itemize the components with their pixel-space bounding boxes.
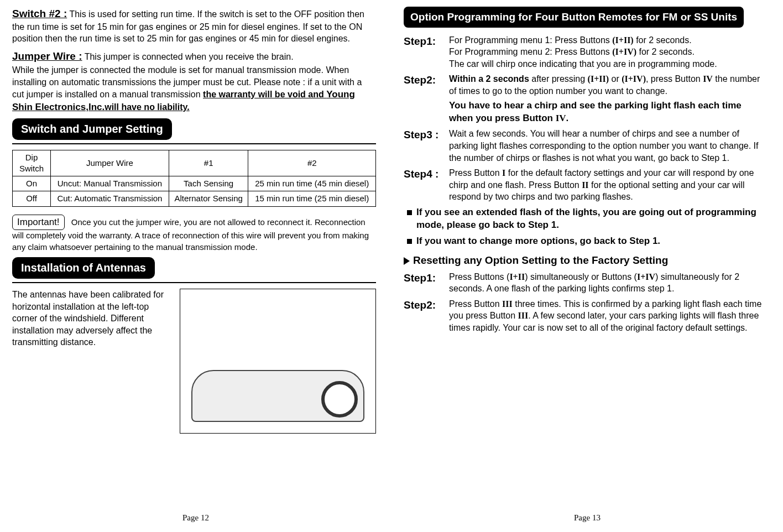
reset-subheading: Resetting any Option Setting to the Fact… <box>404 253 768 268</box>
square-bullet-icon <box>407 239 412 244</box>
antenna-header-row: Installation of Antennas <box>12 257 376 283</box>
page-number-right: Page 13 <box>392 512 783 523</box>
step2-note-btn: IV <box>556 113 566 123</box>
step1-e: The car will chirp once indicating that … <box>449 59 717 69</box>
step1-label: Step1: <box>404 34 449 70</box>
jumper-warn-c: will have no liability. <box>105 102 190 112</box>
switch-jumper-header: Switch and Jumper Setting <box>12 118 172 140</box>
th-dip: Dip Switch <box>13 150 51 176</box>
step2-a: Within a 2 seconds <box>449 74 529 84</box>
rcombo-I-IV: I+IV <box>637 272 655 281</box>
combo-I-II-2: (I+II) <box>588 74 609 84</box>
reset-step1-label: Step1: <box>404 271 449 295</box>
step4-label: Step4 : <box>404 167 449 203</box>
bullet-2: If you want to change more options, go b… <box>407 235 768 248</box>
jumper-text-1: This jumper is connected when you receiv… <box>85 52 294 61</box>
th-jumper: Jumper Wire <box>51 150 169 176</box>
step2-body: Within a 2 seconds after pressing (I+II)… <box>449 73 768 124</box>
reset-step2-body: Press Button III three times. This is co… <box>449 298 768 334</box>
r1c1: Uncut: Manual Transmission <box>51 176 169 191</box>
combo-I-IV-2: (I+IV) <box>622 74 646 84</box>
important-badge: Important! <box>12 215 65 231</box>
rstep1-a: Press Buttons ( <box>449 272 509 281</box>
important-text: Once you cut the jumper wire, you are no… <box>12 217 369 252</box>
step2-row: Step2: Within a 2 seconds after pressing… <box>404 73 768 124</box>
combo-I-IV: (I+IV) <box>612 47 636 56</box>
page-left: Switch #2 : This is used for setting run… <box>0 0 392 532</box>
bullet2-text: If you want to change more options, go b… <box>416 235 660 248</box>
step2-note: You have to hear a chirp and see the par… <box>449 100 768 125</box>
step3-label: Step3 : <box>404 128 449 164</box>
step2-d: or <box>609 74 622 84</box>
button-III-2: III <box>518 311 529 320</box>
step1-a: For Programming menu 1: Press Buttons <box>449 35 612 45</box>
r1c3: 25 min run time (45 min diesel) <box>248 176 376 191</box>
button-III: III <box>502 299 513 309</box>
triangle-bullet-icon <box>404 257 410 265</box>
jumper-warn-a: the warranty will be void and <box>203 90 326 99</box>
steering-wheel-icon <box>321 381 358 418</box>
step1-d: for 2 seconds. <box>636 47 695 56</box>
reset-header-text: Resetting any Option Setting to the Fact… <box>413 254 668 266</box>
r1c2: Tach Sensing <box>169 176 248 191</box>
th-2: #2 <box>248 150 376 176</box>
step2-b: after pressing <box>529 74 588 84</box>
th-1: #1 <box>169 150 248 176</box>
step4-body: Press Button I for the default factory s… <box>449 167 768 203</box>
rcombo-I-II: I+II <box>509 272 525 281</box>
page-number-left: Page 12 <box>0 512 392 523</box>
rstep2-a: Press Button <box>449 299 502 309</box>
r2c0: Off <box>13 191 51 206</box>
option-programming-header: Option Programming for Four Button Remot… <box>404 7 744 28</box>
bullet1-text: If you see an extended flash of the ligh… <box>416 206 768 232</box>
combo-I-II: (I+II) <box>612 35 633 45</box>
step1-c: For Programming menu 2: Press Buttons <box>449 47 612 56</box>
step1-row: Step1: For Programming menu 1: Press But… <box>404 34 768 70</box>
step2-e: , press Button <box>646 74 703 84</box>
button-II: II <box>582 180 588 190</box>
switch2-label: Switch #2 : <box>12 8 67 19</box>
step1-b: for 2 seconds. <box>634 35 692 45</box>
reset-step1-row: Step1: Press Buttons (I+II) simultaneous… <box>404 271 768 295</box>
antenna-illustration <box>180 289 376 434</box>
antenna-block: The antennas have been calibrated for ho… <box>12 289 376 434</box>
switch-jumper-header-row: Switch and Jumper Setting <box>12 118 376 144</box>
rstep1-b: ) simultaneously or Buttons ( <box>525 272 637 281</box>
step2-label: Step2: <box>404 73 449 124</box>
step2-note-c: . <box>566 113 569 123</box>
button-IV: IV <box>703 74 713 84</box>
reset-step1-body: Press Buttons (I+II) simultaneously or B… <box>449 271 768 295</box>
reset-step2-label: Step2: <box>404 298 449 334</box>
jumper-paragraph-1: Jumper Wire : This jumper is connected w… <box>12 49 376 64</box>
page-right: Option Programming for Four Button Remot… <box>392 0 783 532</box>
important-paragraph: Important! Once you cut the jumper wire,… <box>12 215 376 253</box>
step3-row: Step3 : Wait a few seconds. You will hea… <box>404 128 768 164</box>
r2c2: Alternator Sensing <box>169 191 248 206</box>
r1c0: On <box>13 176 51 191</box>
reset-step2-row: Step2: Press Button III three times. Thi… <box>404 298 768 334</box>
step3-body: Wait a few seconds. You will hear a numb… <box>449 128 768 164</box>
jumper-label: Jumper Wire : <box>12 50 82 62</box>
switch2-paragraph: Switch #2 : This is used for setting run… <box>12 7 376 45</box>
step4-a: Press Button <box>449 168 502 178</box>
bullet-1: If you see an extended flash of the ligh… <box>407 206 768 232</box>
step2-note-a: You have to hear a chirp and see the par… <box>449 100 742 123</box>
jumper-paragraph-2: While the jumper is connected the module… <box>12 64 376 113</box>
r2c3: 15 min run time (25 min diesel) <box>248 191 376 206</box>
step4-row: Step4 : Press Button I for the default f… <box>404 167 768 203</box>
r2c1: Cut: Automatic Transmission <box>51 191 169 206</box>
antenna-text: The antennas have been calibrated for ho… <box>12 289 172 434</box>
step1-body: For Programming menu 1: Press Buttons (I… <box>449 34 768 70</box>
antenna-header: Installation of Antennas <box>12 257 155 279</box>
switch-jumper-table: Dip Switch Jumper Wire #1 #2 On Uncut: M… <box>12 150 376 207</box>
square-bullet-icon <box>407 210 412 215</box>
